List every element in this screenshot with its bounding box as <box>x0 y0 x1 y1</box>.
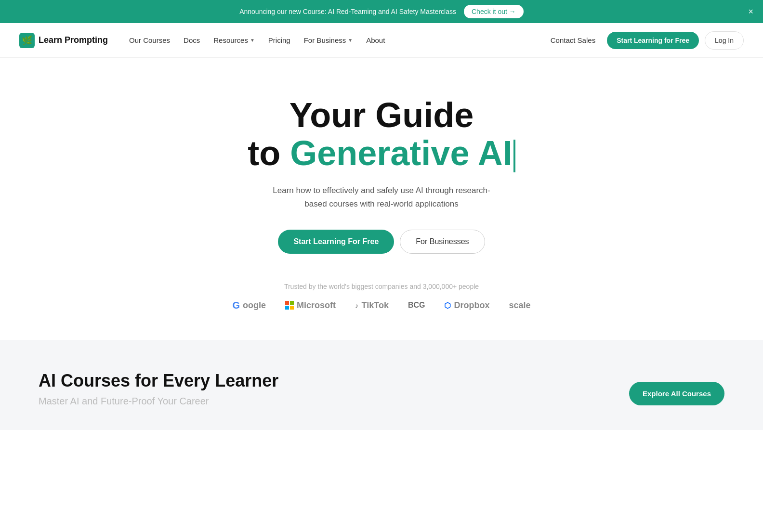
start-learning-hero-button[interactable]: Start Learning For Free <box>278 230 394 254</box>
courses-section: AI Courses for Every Learner Master AI a… <box>0 340 763 430</box>
courses-title: AI Courses for Every Learner <box>39 371 278 391</box>
hero-title: Your Guide to Generative AI <box>248 96 515 172</box>
nav-docs[interactable]: Docs <box>178 32 206 48</box>
hero-title-green: Generative AI <box>290 134 513 172</box>
check-it-out-button[interactable]: Check it out → <box>464 5 524 18</box>
nav-about[interactable]: About <box>360 32 391 48</box>
nav-for-business[interactable]: For Business ▼ <box>298 32 358 48</box>
microsoft-grid-icon <box>285 301 294 310</box>
close-banner-button[interactable]: × <box>748 7 753 16</box>
login-button[interactable]: Log In <box>705 31 744 50</box>
hero-section: Your Guide to Generative AI Learn how to… <box>0 58 763 340</box>
hero-title-line1: Your Guide <box>248 96 515 134</box>
trusted-logos: Google Microsoft ♪ TikTok BCG ⬡ Dropbox … <box>232 300 530 311</box>
banner-text: Announcing our new Course: AI Red-Teamin… <box>239 8 456 15</box>
announcement-banner: Announcing our new Course: AI Red-Teamin… <box>0 0 763 23</box>
tiktok-logo: ♪ TikTok <box>355 300 389 311</box>
nav-our-courses[interactable]: Our Courses <box>123 32 176 48</box>
dropbox-icon: ⬡ <box>444 301 451 310</box>
hero-subtitle: Learn how to effectively and safely use … <box>266 184 497 210</box>
logo[interactable]: 🌿 Learn Prompting <box>19 33 108 48</box>
bcg-logo: BCG <box>408 301 425 310</box>
hero-title-plain: to <box>248 134 290 172</box>
dropbox-logo: ⬡ Dropbox <box>444 300 489 311</box>
hero-buttons: Start Learning For Free For Businesses <box>278 230 485 254</box>
hero-title-line2: to Generative AI <box>248 134 515 172</box>
start-learning-nav-button[interactable]: Start Learning for Free <box>607 32 699 49</box>
nav-pricing[interactable]: Pricing <box>263 32 296 48</box>
nav-right: Contact Sales Start Learning for Free Lo… <box>545 31 744 50</box>
google-logo: Google <box>232 300 266 311</box>
chevron-down-icon: ▼ <box>250 38 255 43</box>
trusted-section: Trusted by the world's biggest companies… <box>232 283 530 311</box>
courses-subtitle: Master AI and Future-Proof Your Career <box>39 396 278 407</box>
navbar: 🌿 Learn Prompting Our Courses Docs Resou… <box>0 23 763 58</box>
for-businesses-button[interactable]: For Businesses <box>400 230 485 254</box>
logo-icon: 🌿 <box>19 33 35 48</box>
tiktok-icon: ♪ <box>355 301 359 310</box>
explore-all-courses-button[interactable]: Explore All Courses <box>629 382 724 405</box>
cursor-icon <box>513 140 515 172</box>
logo-text: Learn Prompting <box>39 35 108 45</box>
courses-text: AI Courses for Every Learner Master AI a… <box>39 371 278 407</box>
trusted-text: Trusted by the world's biggest companies… <box>284 283 479 290</box>
scale-logo: scale <box>509 300 530 311</box>
nav-resources[interactable]: Resources ▼ <box>208 32 261 48</box>
chevron-down-icon: ▼ <box>348 38 353 43</box>
contact-sales-button[interactable]: Contact Sales <box>545 32 601 48</box>
microsoft-logo: Microsoft <box>285 300 336 311</box>
nav-links: Our Courses Docs Resources ▼ Pricing For… <box>123 32 545 48</box>
